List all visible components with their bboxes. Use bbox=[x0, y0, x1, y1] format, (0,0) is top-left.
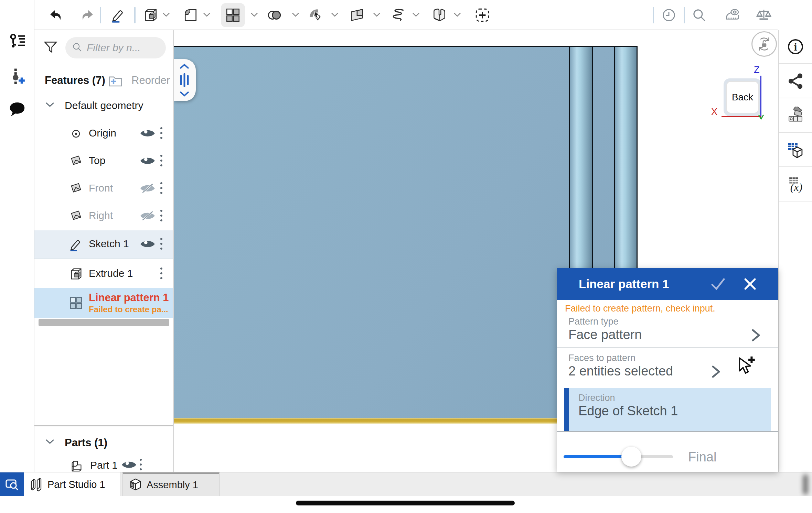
undo-button[interactable] bbox=[47, 6, 65, 24]
pattern-type-value[interactable]: Face pattern bbox=[568, 327, 642, 342]
chevron-down-icon[interactable] bbox=[331, 12, 339, 17]
cursor-add-icon bbox=[735, 353, 758, 376]
measure-button[interactable] bbox=[724, 6, 742, 24]
share-button[interactable] bbox=[779, 65, 812, 98]
new-folder-icon[interactable] bbox=[107, 74, 124, 89]
sketch-button[interactable] bbox=[109, 6, 127, 24]
redo-button[interactable] bbox=[78, 6, 96, 24]
tab-part-studio-1[interactable]: Part Studio 1 bbox=[24, 472, 121, 496]
faces-to-pattern-value[interactable]: 2 entities selected bbox=[568, 364, 673, 379]
part-studio-icon bbox=[29, 477, 44, 492]
filter-input[interactable] bbox=[87, 42, 156, 54]
tree-row-default-geometry[interactable]: Default geometry bbox=[34, 92, 173, 120]
direction-value: Edge of Sketch 1 bbox=[578, 404, 678, 418]
extrude-button[interactable] bbox=[142, 6, 160, 24]
faces-to-pattern-label: Faces to pattern bbox=[568, 353, 635, 363]
tree-row-sketch-1[interactable]: Sketch 1 bbox=[34, 230, 173, 258]
linear-pattern-button-active[interactable] bbox=[221, 3, 245, 27]
visibility-eye-icon[interactable] bbox=[140, 239, 156, 250]
chevron-down-icon[interactable] bbox=[45, 102, 54, 107]
chevron-down-icon[interactable] bbox=[412, 12, 420, 17]
chevron-right-icon[interactable] bbox=[751, 329, 760, 342]
sheet-metal-button[interactable] bbox=[430, 6, 448, 24]
comments-icon[interactable] bbox=[8, 100, 26, 118]
boolean-button[interactable] bbox=[266, 6, 284, 24]
rotation-lock-button[interactable] bbox=[751, 31, 777, 57]
tree-row-part-1[interactable]: Part 1 bbox=[34, 452, 173, 472]
mass-properties-button[interactable] bbox=[755, 6, 773, 24]
chevron-right-icon[interactable] bbox=[712, 365, 720, 378]
tree-row-extrude-1[interactable]: Extrude 1 bbox=[34, 260, 173, 287]
sketch-icon bbox=[68, 237, 83, 252]
dialog-header[interactable]: Linear pattern 1 bbox=[557, 268, 778, 300]
visibility-hidden-eye-icon[interactable] bbox=[140, 183, 156, 194]
split-button[interactable] bbox=[348, 6, 366, 24]
filter-icon[interactable] bbox=[43, 40, 58, 55]
view-cube-face[interactable]: Back bbox=[726, 81, 759, 113]
search-button[interactable] bbox=[690, 6, 708, 24]
tree-row-label: Right bbox=[89, 210, 113, 221]
tree-row-origin[interactable]: Origin bbox=[34, 120, 173, 147]
direction-field[interactable]: Direction Edge of Sketch 1 bbox=[564, 388, 771, 431]
chevron-down-icon[interactable] bbox=[292, 12, 299, 17]
tree-panel-handle[interactable] bbox=[174, 59, 196, 101]
linear-pattern-icon bbox=[69, 296, 83, 310]
chevron-down-icon[interactable] bbox=[250, 12, 258, 17]
tree-row-linear-pattern-1[interactable]: Linear pattern 1 Failed to create pa... bbox=[34, 288, 173, 318]
origin-icon bbox=[70, 127, 83, 140]
visibility-eye-icon[interactable] bbox=[140, 128, 156, 139]
parts-header: Parts (1) bbox=[65, 437, 107, 449]
dialog-error-message: Failed to create pattern, check input. bbox=[565, 303, 715, 314]
version-tree-icon[interactable] bbox=[8, 32, 26, 50]
tree-row-top-plane[interactable]: Top bbox=[34, 147, 173, 175]
parts-section-divider bbox=[34, 425, 173, 426]
configurations-button[interactable] bbox=[779, 133, 812, 167]
tab-assembly-1[interactable]: Assembly 1 bbox=[122, 472, 220, 496]
search-tabs-button[interactable] bbox=[0, 472, 24, 496]
assembly-icon bbox=[128, 477, 143, 492]
preview-slider-thumb[interactable] bbox=[621, 447, 641, 467]
row-menu-icon[interactable] bbox=[158, 208, 164, 223]
row-menu-icon[interactable] bbox=[158, 237, 164, 252]
tree-row-front-plane[interactable]: Front bbox=[34, 175, 173, 202]
document-tab-bar: Part Studio 1 Assembly 1 bbox=[0, 472, 812, 496]
rollback-bar[interactable] bbox=[34, 259, 173, 259]
row-menu-icon[interactable] bbox=[138, 457, 144, 472]
tab-label: Part Studio 1 bbox=[47, 479, 105, 490]
chevron-down-icon[interactable] bbox=[453, 12, 461, 17]
feature-list-scrollbar[interactable] bbox=[39, 319, 169, 326]
chevron-down-icon[interactable] bbox=[162, 12, 170, 17]
appearance-button[interactable] bbox=[779, 99, 812, 133]
variable-table-button[interactable]: (x) bbox=[779, 168, 812, 201]
custom-feature-button[interactable] bbox=[473, 6, 491, 24]
search-icon bbox=[72, 42, 83, 54]
chevron-down-icon[interactable] bbox=[203, 12, 211, 17]
preview-slider[interactable] bbox=[564, 455, 673, 458]
row-menu-icon[interactable] bbox=[158, 153, 164, 168]
row-menu-icon[interactable] bbox=[158, 181, 164, 196]
visibility-eye-icon[interactable] bbox=[121, 459, 137, 470]
visibility-hidden-eye-icon[interactable] bbox=[140, 210, 156, 221]
helix-button[interactable] bbox=[389, 6, 407, 24]
tree-row-label-error: Linear pattern 1 bbox=[89, 292, 169, 304]
chevron-down-icon[interactable] bbox=[45, 439, 54, 444]
history-button[interactable] bbox=[660, 6, 678, 24]
accept-icon[interactable] bbox=[710, 276, 726, 292]
close-icon[interactable] bbox=[743, 277, 757, 291]
row-menu-icon[interactable] bbox=[158, 126, 164, 141]
reorder-button[interactable]: Reorder bbox=[131, 74, 170, 87]
home-indicator[interactable] bbox=[296, 501, 515, 505]
insert-new-icon[interactable] bbox=[8, 67, 26, 85]
fillet-button[interactable] bbox=[182, 6, 200, 24]
row-menu-icon[interactable] bbox=[158, 266, 164, 281]
pattern-type-label: Pattern type bbox=[568, 316, 619, 327]
visibility-eye-icon[interactable] bbox=[140, 155, 156, 166]
dialog-divider bbox=[557, 431, 778, 432]
info-panel-button[interactable]: i bbox=[779, 30, 812, 64]
axis-x-label: X bbox=[711, 107, 717, 117]
tree-row-right-plane[interactable]: Right bbox=[34, 202, 173, 230]
toolbar-divider bbox=[100, 7, 101, 23]
view-cube[interactable]: Back bbox=[724, 78, 761, 116]
chevron-down-icon[interactable] bbox=[373, 12, 381, 17]
transform-button[interactable] bbox=[307, 6, 325, 24]
